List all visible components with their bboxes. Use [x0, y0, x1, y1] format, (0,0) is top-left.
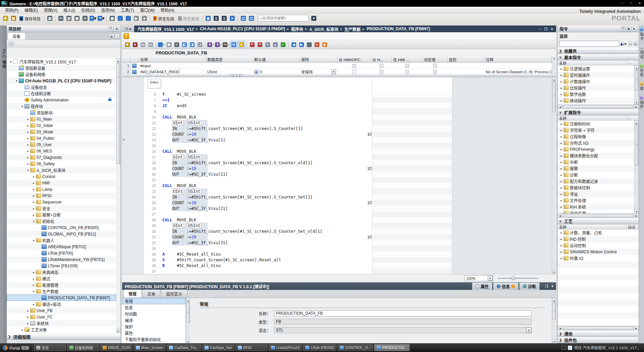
- search-dropdown-icon[interactable]: ▶: [625, 42, 627, 45]
- tree-expander-icon[interactable]: ▸: [32, 194, 36, 197]
- online-diagnostics-icon[interactable]: ◉: [205, 14, 212, 22]
- instruction-folder[interactable]: ▸中断: [558, 159, 639, 165]
- tree-item[interactable]: ▸08_Safety: [7, 161, 116, 167]
- retain-cell[interactable]: 非保持▼: [300, 69, 337, 74]
- menu-item[interactable]: 插入(I): [60, 6, 78, 13]
- tree-item[interactable]: ▾机器人: [7, 237, 116, 244]
- instruction-folder[interactable]: ▸PROFIenergy: [558, 146, 639, 152]
- tree-item[interactable]: 添加新设备: [7, 65, 116, 71]
- instruction-folder[interactable]: ▸寻址: [558, 191, 639, 197]
- scrollbar-thumb[interactable]: ⋮⋮⋮: [563, 326, 633, 330]
- copy-icon[interactable]: ▥: [65, 14, 72, 22]
- instruction-folder[interactable]: ▸日期和时间: [558, 121, 639, 127]
- tree-item[interactable]: ▸User_FB: [7, 307, 116, 314]
- tree-expander-icon[interactable]: ▸: [32, 277, 36, 280]
- float-panel-icon[interactable]: ❐: [621, 27, 626, 31]
- tree-expander-icon[interactable]: ▸: [26, 315, 30, 319]
- properties-scrollbar[interactable]: ▲ ≡ ▼: [552, 298, 556, 343]
- paste-icon[interactable]: ▦: [73, 14, 80, 22]
- tree-item[interactable]: LRob [FB700]: [7, 250, 116, 256]
- tree-expander-icon[interactable]: ▸: [32, 271, 36, 274]
- taskbar-item[interactable]: 设备和网络: [67, 344, 99, 351]
- tree-expander-icon[interactable]: ▸: [559, 122, 564, 126]
- task-card-tab-任务[interactable]: 任务: [639, 64, 644, 77]
- tab-properties[interactable]: 属性: [472, 282, 492, 290]
- taskbar-item[interactable]: CONTROL_O...: [337, 344, 374, 351]
- collapse-panel-icon[interactable]: ▼: [551, 284, 554, 288]
- monitor-on-off-icon[interactable]: ◀: [290, 41, 297, 48]
- instruction-folder[interactable]: ▸配方和数据记录: [558, 178, 639, 184]
- scrollbar-thumb[interactable]: ≡: [552, 303, 556, 319]
- default-cell[interactable]: [253, 63, 300, 69]
- tree-item[interactable]: ▾A_SICR_标准块: [7, 167, 116, 173]
- code-line[interactable]: 7==I: [144, 97, 452, 103]
- tree-expander-icon[interactable]: ▾: [20, 105, 24, 108]
- taskbar-item[interactable]: LRob (FB700): [303, 344, 336, 351]
- call-environment-icon[interactable]: ◦: [306, 41, 313, 48]
- tab-texts[interactable]: 文本: [142, 290, 160, 298]
- tab-general[interactable]: 常规: [123, 290, 142, 298]
- tree-expander-icon[interactable]: ▸: [26, 309, 30, 312]
- column-settings-icon[interactable]: ≡: [115, 34, 120, 39]
- open-project-icon[interactable]: ▨: [10, 14, 17, 22]
- tree-expander-icon[interactable]: ▸: [32, 175, 36, 178]
- scroll-left-icon[interactable]: ◀: [558, 105, 562, 109]
- close-editor-icon[interactable]: ✕: [551, 27, 553, 31]
- tree-expander-icon[interactable]: ▸: [559, 74, 564, 77]
- tree-expander-icon[interactable]: ▸: [32, 283, 36, 287]
- instruction-scrollbar[interactable]: ▲≡▼: [634, 65, 639, 104]
- new-project-icon[interactable]: ✱: [2, 14, 9, 22]
- float-editor-icon[interactable]: ❐: [125, 28, 128, 31]
- tree-expander-icon[interactable]: ▸: [559, 199, 564, 202]
- data-format-icon[interactable]: KH▾: [222, 41, 229, 48]
- tree-expander-icon[interactable]: ▸: [559, 80, 564, 83]
- properties-nav-scrollbar[interactable]: ▲ ≡ ▼: [186, 298, 190, 343]
- insert-scl-network-icon[interactable]: ▼▾: [215, 41, 222, 48]
- table-row[interactable]: 1▾ Input: [122, 63, 552, 69]
- tree-item[interactable]: 添加新块: [7, 109, 116, 116]
- code-line[interactable]: 28CALL MOVE_BLK: [144, 217, 452, 223]
- tree-item[interactable]: LRobMaintenance_YW [FB701]: [7, 256, 116, 263]
- instruction-folder[interactable]: ▸分布式 I/O: [558, 140, 639, 146]
- detail-view-header[interactable]: ❯ 详细视图: [7, 334, 120, 340]
- tree-expander-icon[interactable]: ▸: [559, 135, 564, 138]
- menu-item[interactable]: 在线(O): [78, 6, 98, 13]
- tree-expander-icon[interactable]: ▸: [559, 231, 564, 234]
- tree-item[interactable]: ▸安全: [7, 205, 116, 212]
- section-header-基本指令[interactable]: ∨基本指令: [558, 54, 639, 60]
- instruction-folder[interactable]: ▸模块参数化分配: [558, 152, 639, 159]
- tree-expander-icon[interactable]: ▸: [32, 303, 36, 306]
- breadcrumb-item[interactable]: 程序块: [290, 26, 304, 32]
- tree-item[interactable]: ▸输送+驱动: [7, 301, 116, 307]
- retain-cell[interactable]: [300, 63, 337, 69]
- block-protection-icon[interactable]: ▮: [321, 41, 328, 48]
- code-line[interactable]: 11 UInt USInt: [144, 120, 452, 126]
- tree-expander-icon[interactable]: ▾: [14, 79, 19, 83]
- download-icon[interactable]: ↓: [116, 14, 124, 22]
- start-simulation-icon[interactable]: ▯: [221, 14, 228, 22]
- scroll-left-icon[interactable]: ◀: [558, 326, 562, 331]
- tab-diagnostics[interactable]: +诊断: [519, 282, 540, 290]
- scroll-up-icon[interactable]: ▲: [552, 77, 556, 82]
- scroll-down-icon[interactable]: ▼: [552, 339, 556, 343]
- taskbar-item[interactable]: Main_Screen: [133, 344, 166, 351]
- absolute-symbolic-icon[interactable]: ⊟: [230, 41, 237, 48]
- split-editor-vertical-icon[interactable]: ◫: [248, 14, 255, 22]
- tree-expander-icon[interactable]: ▸: [559, 212, 564, 214]
- scroll-down-icon[interactable]: ▼: [552, 270, 556, 274]
- instruction-folder[interactable]: ▸过程映像: [558, 133, 639, 140]
- tree-expander-icon[interactable]: ▸: [559, 86, 564, 90]
- delete-network-icon[interactable]: ✕: [131, 41, 139, 48]
- tree-expander-icon[interactable]: ▾: [32, 220, 36, 223]
- menu-item[interactable]: 编辑(E): [21, 6, 41, 13]
- taskbar-item[interactable]: LHoist2Pos2S: [269, 344, 302, 351]
- scrollbar-thumb[interactable]: ≡: [186, 303, 190, 323]
- call-network-tab[interactable]: CALL: [148, 79, 161, 88]
- splitter-grip-icon[interactable]: ≡: [123, 138, 125, 141]
- instruction-folder[interactable]: ▸定时器操作: [558, 72, 639, 78]
- minimize-icon[interactable]: ─: [618, 1, 627, 6]
- maximize-icon[interactable]: □: [627, 1, 635, 6]
- instruction-folder[interactable]: ▸比较操作: [558, 85, 639, 91]
- menu-item[interactable]: 帮助(H): [158, 6, 177, 13]
- go-offline-button[interactable]: ✦转至离线: [176, 14, 201, 23]
